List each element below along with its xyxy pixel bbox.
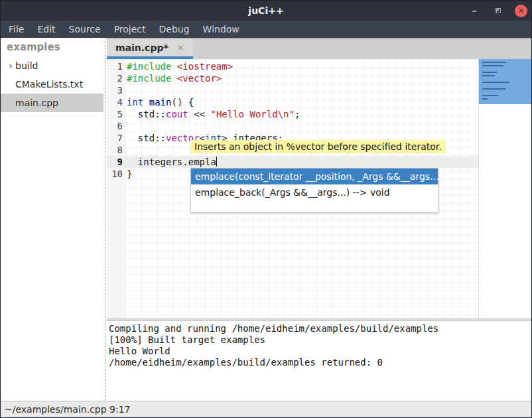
menu-item-window[interactable]: Window <box>196 21 246 38</box>
autocomplete-item-1[interactable]: emplace_back(_Args &&__args...) --> void <box>191 184 438 200</box>
line-number: 8 <box>107 144 123 156</box>
output-console[interactable]: Compiling and running /home/eidheim/exam… <box>107 321 531 401</box>
project-name-header: examples <box>1 38 103 56</box>
code-lines: 1#include <iostream>2#include <vector>34… <box>107 60 478 180</box>
line-number: 9 <box>107 156 123 168</box>
minimap-code-line <box>482 98 488 100</box>
tree-item-cmakelists-txt[interactable]: CMakeLists.txt <box>1 75 103 94</box>
editor-panel: main.cpp* × 1#include <iostream>2#includ… <box>107 38 531 401</box>
tab-close-icon[interactable]: × <box>177 43 184 52</box>
line-content: integers.empla <box>127 156 217 168</box>
tree-item-label: CMakeLists.txt <box>15 79 83 90</box>
code-line-2: 2#include <vector> <box>107 72 478 84</box>
tree-item-main-cpp[interactable]: main.cpp <box>1 94 103 112</box>
menu-item-source[interactable]: Source <box>62 21 107 38</box>
autocomplete-popup: emplace(const_iterator __position, _Args… <box>190 168 438 213</box>
status-bar: ~/examples/main.cpp 9:17 <box>1 401 531 417</box>
status-file-position: ~/examples/main.cpp 9:17 <box>5 404 131 415</box>
console-output-line: Compiling and running /home/eidheim/exam… <box>109 323 531 334</box>
chevron-right-icon[interactable]: › <box>6 60 15 71</box>
line-content: } <box>127 168 132 180</box>
line-number: 2 <box>107 72 123 84</box>
tab-bar: main.cpp* × <box>107 38 531 59</box>
minimize-button[interactable]: – <box>467 3 482 18</box>
tab-main-cpp[interactable]: main.cpp* × <box>107 38 193 59</box>
minimap-code-line <box>482 75 495 76</box>
line-content: std::cout << "Hello World\n"; <box>127 108 300 120</box>
line-number: 5 <box>107 108 123 120</box>
tree-item-build[interactable]: ›build <box>1 56 103 75</box>
minimap-code-line <box>482 62 506 63</box>
line-content: #include <vector> <box>127 72 222 84</box>
restore-icon <box>496 8 501 13</box>
minimap-code-line <box>482 95 498 96</box>
tree-item-label: main.cpp <box>15 98 58 108</box>
menu-bar: FileEditSourceProjectDebugWindow <box>1 21 531 38</box>
console-output-line: /home/eidheim/examples/build/examples re… <box>109 357 531 368</box>
window-controls: – ✕ <box>467 1 527 21</box>
close-icon: ✕ <box>518 7 524 15</box>
code-line-4: 4int main() { <box>107 96 478 108</box>
text-cursor <box>216 157 217 167</box>
code-line-3: 3 <box>107 84 478 96</box>
minimap-code-line <box>482 88 505 90</box>
console-output-line: [100%] Built target examples <box>109 334 531 346</box>
line-content: #include <iostream> <box>127 60 233 72</box>
line-number: 10 <box>107 168 123 180</box>
line-number: 7 <box>107 132 123 144</box>
doc-tooltip: Inserts an object in %vector before spec… <box>190 140 446 153</box>
menu-item-file[interactable]: File <box>2 21 31 38</box>
code-line-6: 6 <box>107 120 478 132</box>
minimap-code-line <box>482 82 509 83</box>
minimize-icon: – <box>472 7 477 14</box>
tab-label: main.cpp* <box>115 42 168 53</box>
line-number: 1 <box>107 60 123 72</box>
maximize-button[interactable] <box>491 3 505 18</box>
code-line-5: 5 std::cout << "Hello World\n"; <box>107 108 478 120</box>
content-area: examples ›buildCMakeLists.txtmain.cpp ma… <box>1 38 531 401</box>
menu-item-project[interactable]: Project <box>107 21 153 38</box>
code-editor[interactable]: 1#include <iostream>2#include <vector>34… <box>107 59 531 318</box>
tree-item-label: build <box>15 60 38 71</box>
close-button[interactable]: ✕ <box>515 5 527 17</box>
app-window: juCi++ – ✕ FileEditSourceProjectDebugWin… <box>0 0 532 418</box>
line-number: 6 <box>107 120 123 132</box>
window-title: juCi++ <box>1 5 531 16</box>
titlebar[interactable]: juCi++ – ✕ <box>1 1 531 21</box>
menu-item-edit[interactable]: Edit <box>31 21 62 38</box>
minimap-visible-region[interactable] <box>479 59 531 104</box>
line-number: 3 <box>107 84 123 96</box>
minimap-code-line <box>482 65 503 66</box>
minimap[interactable] <box>478 59 531 318</box>
code-line-1: 1#include <iostream> <box>107 60 478 72</box>
code-line-9: 9 integers.empla <box>107 156 478 168</box>
line-number: 4 <box>107 96 123 108</box>
line-content: int main() { <box>127 96 194 108</box>
file-tree: ›buildCMakeLists.txtmain.cpp <box>1 56 103 112</box>
file-browser-panel: examples ›buildCMakeLists.txtmain.cpp <box>1 38 103 401</box>
autocomplete-item-0[interactable]: emplace(const_iterator __position, _Args… <box>191 169 438 184</box>
minimap-code-line <box>482 72 497 73</box>
menu-item-debug[interactable]: Debug <box>153 21 196 38</box>
console-output-line: Hello World <box>109 346 531 357</box>
